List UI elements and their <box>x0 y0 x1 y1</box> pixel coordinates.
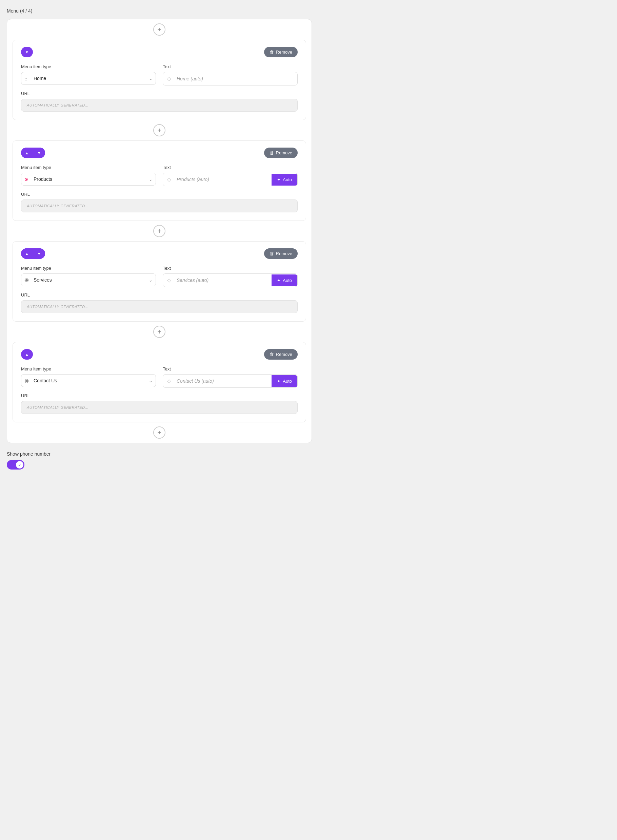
url-field-4: AUTOMATICALLY GENERATED... <box>21 401 298 414</box>
home-icon-1: ⌂ <box>24 75 28 81</box>
url-field-2: AUTOMATICALLY GENERATED... <box>21 200 298 212</box>
contact-icon-4: ◉ <box>24 378 29 384</box>
type-select-1[interactable]: Home <box>21 72 156 85</box>
toggle-knob: ✓ <box>16 461 24 469</box>
nav-up-btn-2[interactable]: ▴ <box>21 148 33 158</box>
text-label-2: Text <box>163 165 298 170</box>
menu-item-card-3: ▴ ▾ 🗑 Remove Menu item type ◉ Services ⌄ <box>13 241 306 322</box>
type-label-3: Menu item type <box>21 266 156 271</box>
select-chevron-icon-3: ⌄ <box>149 278 152 282</box>
tag-icon-2: ◇ <box>163 173 174 186</box>
tag-icon-1: ◇ <box>163 72 174 85</box>
chevron-down-icon: ▾ <box>26 50 28 55</box>
select-chevron-icon-2: ⌄ <box>149 177 152 182</box>
text-input-3[interactable] <box>174 274 272 286</box>
remove-btn-3[interactable]: 🗑 Remove <box>264 248 298 259</box>
add-item-btn-4[interactable]: + <box>153 326 165 338</box>
text-label-1: Text <box>163 64 298 69</box>
auto-icon-2: ✦ <box>277 177 281 182</box>
auto-btn-2[interactable]: ✦ Auto <box>272 174 297 186</box>
type-select-3[interactable]: Services <box>21 274 156 286</box>
nav-up-btn-3[interactable]: ▴ <box>21 248 33 259</box>
menu-item-card-2: ▴ ▾ 🗑 Remove Menu item type ⊗ Products ⌄ <box>13 140 306 221</box>
tag-icon-3: ◇ <box>163 274 174 287</box>
text-label-4: Text <box>163 367 298 371</box>
remove-btn-4[interactable]: 🗑 Remove <box>264 349 298 359</box>
url-label-4: URL <box>21 393 298 398</box>
auto-btn-4[interactable]: ✦ Auto <box>272 375 297 387</box>
url-field-3: AUTOMATICALLY GENERATED... <box>21 300 298 313</box>
type-select-2[interactable]: Products <box>21 173 156 186</box>
nav-down-btn-3[interactable]: ▾ <box>33 248 45 259</box>
url-label-2: URL <box>21 192 298 197</box>
type-label-1: Menu item type <box>21 64 156 69</box>
menu-container: + ▾ 🗑 Remove Menu item type ⌂ Home ⌄ <box>7 19 312 443</box>
tag-icon-4: ◇ <box>163 374 174 387</box>
products-icon-2: ⊗ <box>24 177 28 182</box>
remove-btn-1[interactable]: 🗑 Remove <box>264 47 298 57</box>
nav-up-btn-4[interactable]: ▴ <box>21 349 33 359</box>
auto-btn-3[interactable]: ✦ Auto <box>272 275 297 286</box>
auto-icon-3: ✦ <box>277 278 281 283</box>
add-item-bottom-btn[interactable]: + <box>153 426 165 439</box>
menu-item-card-1: ▾ 🗑 Remove Menu item type ⌂ Home ⌄ Text <box>13 40 306 120</box>
chevron-up-icon-4: ▴ <box>26 352 28 357</box>
trash-icon: 🗑 <box>270 50 274 55</box>
nav-down-btn-2[interactable]: ▾ <box>33 148 45 158</box>
url-field-1: AUTOMATICALLY GENERATED... <box>21 99 298 112</box>
trash-icon-2: 🗑 <box>270 150 274 155</box>
show-phone-label: Show phone number <box>7 451 312 457</box>
text-input-4[interactable] <box>174 375 272 387</box>
select-chevron-icon-1: ⌄ <box>149 76 152 81</box>
url-label-3: URL <box>21 293 298 297</box>
select-chevron-icon-4: ⌄ <box>149 378 152 383</box>
type-select-4[interactable]: Contact Us <box>21 374 156 387</box>
page-title: Menu (4 / 4) <box>7 8 312 13</box>
text-label-3: Text <box>163 266 298 271</box>
menu-item-card-4: ▴ 🗑 Remove Menu item type ◉ Contact Us ⌄… <box>13 342 306 422</box>
add-item-top-btn[interactable]: + <box>153 24 165 35</box>
remove-btn-2[interactable]: 🗑 Remove <box>264 148 298 158</box>
trash-icon-3: 🗑 <box>270 251 274 256</box>
nav-down-btn-1[interactable]: ▾ <box>21 47 33 57</box>
phone-toggle[interactable]: ✓ <box>7 460 24 470</box>
url-label-1: URL <box>21 91 298 96</box>
type-label-2: Menu item type <box>21 165 156 170</box>
services-icon-3: ◉ <box>24 277 29 283</box>
text-input-1[interactable] <box>174 72 297 85</box>
trash-icon-4: 🗑 <box>270 352 274 357</box>
text-input-2[interactable] <box>174 173 272 186</box>
add-item-btn-2[interactable]: + <box>153 124 165 136</box>
auto-icon-4: ✦ <box>277 379 281 384</box>
add-item-btn-3[interactable]: + <box>153 225 165 237</box>
type-label-4: Menu item type <box>21 367 156 371</box>
